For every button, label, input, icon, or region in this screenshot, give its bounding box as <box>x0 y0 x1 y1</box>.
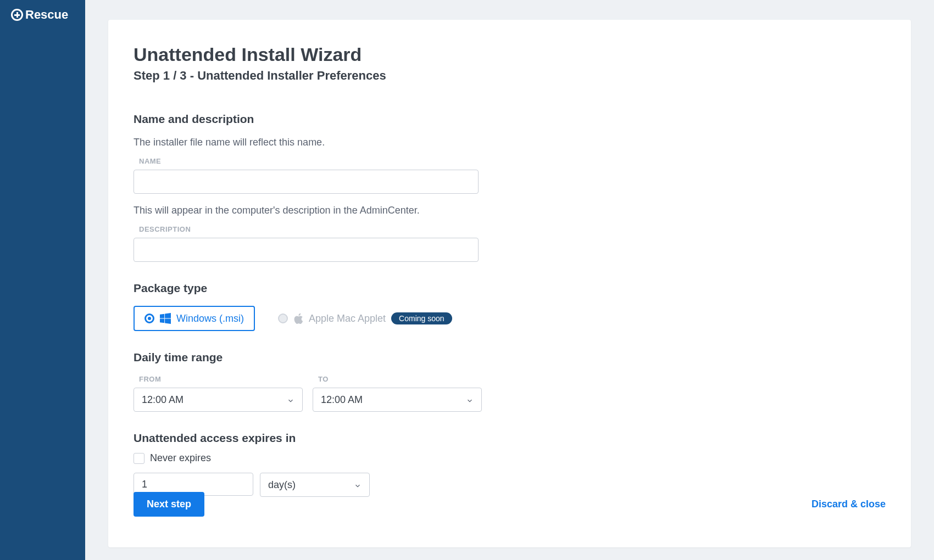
wizard-footer: Next step Discard & close <box>134 492 886 517</box>
apple-icon <box>293 313 303 324</box>
never-expires-label: Never expires <box>150 452 211 464</box>
section-package-type: Package type Windows (.msi) <box>134 282 886 331</box>
section-heading-package: Package type <box>134 282 886 295</box>
description-input[interactable] <box>134 238 479 262</box>
discard-close-link[interactable]: Discard & close <box>811 499 886 510</box>
label-name: NAME <box>139 157 886 165</box>
rescue-icon <box>11 9 23 21</box>
chevron-down-icon <box>466 396 474 404</box>
section-heading-time-range: Daily time range <box>134 351 886 364</box>
section-expires: Unattended access expires in Never expir… <box>134 432 886 497</box>
main-content: Unattended Install Wizard Step 1 / 3 - U… <box>85 0 934 560</box>
section-heading-expires: Unattended access expires in <box>134 432 886 445</box>
package-option-windows[interactable]: Windows (.msi) <box>134 306 255 331</box>
radio-selected-icon <box>144 313 154 323</box>
radio-disabled-icon <box>278 313 288 323</box>
section-name-description: Name and description The installer file … <box>134 113 886 262</box>
chevron-down-icon <box>287 396 294 404</box>
section-heading-name-desc: Name and description <box>134 113 886 126</box>
package-option-mac: Apple Mac Applet Coming soon <box>268 306 462 331</box>
step-indicator: Step 1 / 3 - Unattended Installer Prefer… <box>134 69 886 83</box>
wizard-card: Unattended Install Wizard Step 1 / 3 - U… <box>108 20 911 547</box>
package-windows-label: Windows (.msi) <box>176 313 244 324</box>
never-expires-checkbox[interactable] <box>134 453 144 464</box>
helper-description: This will appear in the computer's descr… <box>134 205 886 216</box>
next-step-button[interactable]: Next step <box>134 492 204 517</box>
expires-unit-value: day(s) <box>268 479 296 491</box>
chevron-down-icon <box>354 481 362 489</box>
brand-name: Rescue <box>25 8 68 22</box>
windows-icon <box>160 313 171 324</box>
page-title: Unattended Install Wizard <box>134 44 886 65</box>
label-from: FROM <box>139 375 303 383</box>
from-time-value: 12:00 AM <box>142 394 184 406</box>
sidebar: Rescue <box>0 0 85 560</box>
package-mac-label: Apple Mac Applet <box>309 313 386 324</box>
brand-logo: Rescue <box>0 8 85 22</box>
name-input[interactable] <box>134 170 479 194</box>
coming-soon-badge: Coming soon <box>391 312 452 324</box>
from-time-select[interactable]: 12:00 AM <box>134 388 303 412</box>
to-time-select[interactable]: 12:00 AM <box>313 388 482 412</box>
section-time-range: Daily time range FROM 12:00 AM TO <box>134 351 886 412</box>
helper-name: The installer file name will reflect thi… <box>134 137 886 148</box>
to-time-value: 12:00 AM <box>321 394 363 406</box>
label-description: DESCRIPTION <box>139 225 886 233</box>
label-to: TO <box>318 375 482 383</box>
